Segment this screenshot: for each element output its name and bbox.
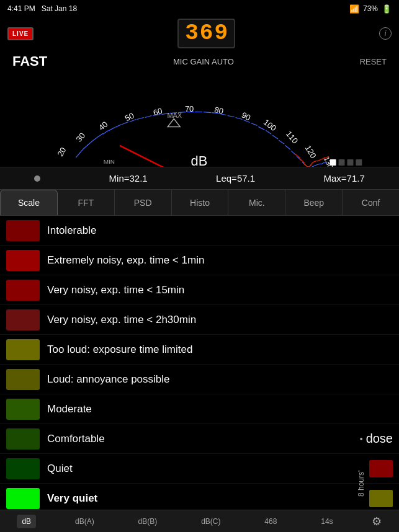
list-item: Intolerable [0, 216, 399, 246]
hours-label: 8 hours' [357, 441, 365, 497]
svg-line-23 [228, 116, 235, 117]
max-marker [168, 118, 180, 126]
page-dot-2 [339, 159, 345, 166]
svg-line-41 [300, 159, 305, 163]
digit-display: 3 6 9 [177, 19, 235, 48]
svg-line-36 [312, 165, 316, 167]
tab-mic[interactable]: Mic. [228, 190, 285, 215]
tab-conf[interactable]: Conf [343, 190, 399, 215]
bottom-bar: dB dB(A) dB(B) dB(C) 468 14s ⚙ [0, 510, 399, 532]
noise-color-extremely [6, 250, 40, 271]
noise-label-vn2h: Very noisy, exp. time < 2h30min [47, 314, 196, 326]
bottom-tab-468[interactable]: 468 [259, 515, 282, 528]
digit-2: 6 [200, 22, 213, 45]
list-item: Loud: annoyance possible [0, 365, 399, 394]
scale-50: 50 [123, 111, 136, 123]
svg-line-8 [109, 127, 115, 130]
svg-line-27 [258, 126, 264, 130]
svg-line-5 [92, 137, 97, 141]
svg-line-13 [145, 116, 152, 118]
battery-level: 73% [363, 4, 378, 13]
db-label: dB [191, 153, 208, 167]
bottom-tab-14s[interactable]: 14s [316, 515, 338, 528]
noise-label-tooloud: Too loud: exposure time limited [47, 344, 192, 356]
status-right: 📶 73% 🔋 [349, 4, 392, 14]
svg-line-44 [313, 161, 317, 162]
status-bar: 4:41 PM Sat Jan 18 📶 73% 🔋 [0, 0, 399, 17]
needle [120, 146, 199, 167]
svg-line-6 [97, 133, 103, 137]
list-item: Very quiet [0, 484, 399, 513]
noise-color-vquiet [6, 488, 40, 509]
bottom-tab-dbc[interactable]: dB(C) [196, 515, 225, 528]
tab-psd[interactable]: PSD [115, 190, 172, 215]
min-label: MIN [104, 158, 115, 165]
bottom-tab-dba[interactable]: dB(A) [70, 515, 99, 528]
noise-label-intolerable: Intolerable [47, 224, 96, 237]
digit-1: 3 [185, 22, 199, 45]
wifi-icon: 📶 [349, 4, 359, 14]
fast-label: FAST [12, 53, 47, 69]
svg-line-30 [279, 140, 284, 144]
bottom-tab-db[interactable]: dB [17, 515, 36, 528]
leq-stat: Leq=57.1 [216, 173, 255, 184]
noise-label-moderate: Moderate [47, 403, 92, 415]
noise-label-quiet: Quiet [47, 463, 73, 475]
vu-meter-svg: 20 30 40 50 60 70 80 90 100 110 120 130 [0, 68, 399, 167]
svg-line-1 [76, 153, 80, 157]
noise-color-loud [6, 369, 40, 390]
noise-label-vn15: Very noisy, exp. time < 15min [47, 284, 184, 296]
scale-110: 110 [284, 129, 300, 145]
tab-beep[interactable]: Beep [285, 190, 343, 215]
svg-line-42 [304, 164, 309, 167]
reset-button[interactable]: RESET [360, 57, 387, 66]
page-dot-4 [356, 159, 362, 166]
dose-bar-1 [369, 460, 393, 477]
list-item: Very noisy, exp. time < 2h30min [0, 305, 399, 335]
svg-line-26 [251, 123, 257, 125]
mic-gain-label: MIC GAIN AUTO [173, 57, 234, 66]
svg-line-31 [285, 145, 290, 149]
page-dot-1 [330, 159, 336, 166]
list-item: Quiet 8 hours' [0, 454, 399, 484]
tab-histo[interactable]: Histo [172, 190, 229, 215]
bottom-tab-dbb[interactable]: dB(B) [133, 515, 163, 528]
tab-fft[interactable]: FFT [58, 190, 115, 215]
scale-20: 20 [55, 146, 68, 158]
noise-color-tooloud [6, 339, 40, 360]
info-icon[interactable]: i [379, 27, 392, 40]
meter-section: FAST MIC GAIN AUTO RESET 20 30 40 50 60 … [0, 50, 399, 167]
scale-100: 100 [262, 117, 278, 133]
svg-line-4 [87, 141, 92, 145]
min-stat: Min=32.1 [109, 173, 148, 184]
noise-color-quiet [6, 458, 40, 479]
settings-icon[interactable]: ⚙ [372, 515, 382, 528]
tab-scale[interactable]: Scale [0, 190, 58, 215]
battery-icon: 🔋 [382, 4, 392, 14]
noise-label-loud: Loud: annoyance possible [47, 373, 170, 386]
live-badge: LIVE [7, 27, 34, 40]
meter-labels-top: FAST MIC GAIN AUTO RESET [12, 53, 387, 69]
svg-line-29 [272, 135, 278, 139]
svg-line-38 [321, 162, 325, 164]
noise-color-moderate [6, 399, 40, 420]
status-left: 4:41 PM Sat Jan 18 [7, 4, 77, 13]
svg-line-45 [317, 159, 321, 161]
noise-label-vquiet: Very quiet [47, 492, 97, 505]
stats-bubble-icon [34, 175, 40, 182]
meter-canvas: 20 30 40 50 60 70 80 90 100 110 120 130 [0, 68, 399, 167]
scale-120: 120 [303, 144, 318, 160]
svg-line-12 [137, 118, 144, 120]
noise-list: Intolerable Extremely noisy, exp. time <… [0, 216, 399, 532]
svg-line-20 [204, 112, 211, 113]
digit-3: 9 [214, 22, 228, 45]
list-item: Moderate [0, 394, 399, 424]
scale-40: 40 [97, 120, 110, 133]
svg-line-3 [83, 144, 88, 149]
noise-label-comfortable: Comfortable [47, 433, 105, 445]
max-label: MAX [167, 112, 182, 119]
noise-color-vn15 [6, 280, 40, 301]
status-date: Sat Jan 18 [42, 4, 77, 13]
noise-color-vn2h [6, 309, 40, 330]
svg-line-37 [316, 164, 321, 165]
